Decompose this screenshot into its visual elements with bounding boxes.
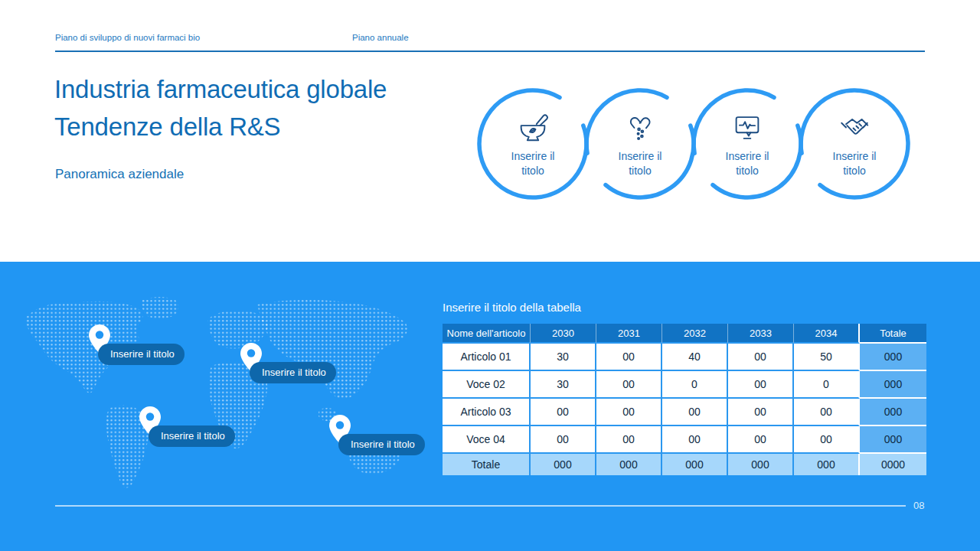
map-pin-2[interactable]: Inserire il titolo: [240, 342, 354, 396]
table-header-cell: 2031: [596, 324, 662, 344]
table-cell: 000: [596, 454, 662, 475]
table-cell: 00: [531, 426, 596, 454]
table-cell: Articolo 03: [443, 399, 531, 426]
table-total-cell: 000: [860, 399, 926, 426]
process-step-label[interactable]: Inserire il titolo: [718, 149, 776, 178]
table-cell: 00: [596, 344, 662, 371]
process-step-1[interactable]: Inserire il titolo: [479, 90, 586, 197]
monitor-pulse-icon: [730, 110, 765, 145]
map-pin-1[interactable]: Inserire il titolo: [88, 324, 203, 377]
table-header-cell: Totale: [860, 324, 926, 344]
table-cell: 00: [794, 399, 860, 426]
table-header-cell: Nome dell'articolo: [443, 324, 531, 344]
table-cell: 000: [531, 454, 596, 475]
table-row: Articolo 01 30 00 40 00 50 000: [443, 344, 926, 371]
table-header-cell: 2032: [662, 324, 728, 344]
table-grand-total-cell: 0000: [860, 454, 926, 475]
table-row: Voce 04 00 00 00 00 00 000: [443, 426, 926, 454]
process-step-2[interactable]: Inserire il titolo: [586, 90, 694, 197]
slide: Piano di sviluppo di nuovi farmaci bio P…: [0, 0, 980, 551]
table-cell: Voce 02: [443, 371, 531, 399]
table-cell: 00: [662, 399, 728, 426]
table-cell: 0: [662, 371, 728, 399]
page-number: 08: [913, 500, 924, 511]
table-cell: 00: [728, 344, 794, 371]
table-cell: 40: [662, 344, 728, 371]
page-subtitle: Panoramica aziendale: [55, 167, 184, 182]
bottom-section: Inserire il titolo Inserire il titolo In…: [0, 262, 980, 551]
table-cell: 000: [662, 454, 728, 475]
capsule-pills-icon: [622, 110, 658, 145]
table-cell: 00: [596, 426, 662, 454]
table-title[interactable]: Inserire il titolo della tabella: [443, 301, 926, 314]
map-pin-label[interactable]: Inserire il titolo: [149, 425, 235, 447]
map-pin-3[interactable]: Inserire il titolo: [139, 406, 253, 459]
table-cell: Articolo 01: [443, 344, 531, 371]
page-title-line1: Industria farmaceutica globale: [54, 75, 387, 103]
table-cell: 00: [728, 399, 794, 426]
table-cell: 0: [794, 371, 860, 399]
table-cell: 000: [728, 454, 794, 475]
table-cell: 30: [531, 344, 596, 371]
table-header-cell: 2030: [531, 324, 596, 344]
header-right-label: Piano annuale: [352, 33, 409, 42]
page-title: Industria farmaceutica globale Tendenze …: [54, 70, 387, 145]
table-cell: 50: [794, 344, 860, 371]
table-cell: 00: [728, 371, 794, 399]
table-cell: 00: [662, 426, 728, 454]
handshake-icon: [837, 110, 872, 145]
table-cell: 00: [728, 426, 794, 454]
table-cell: Voce 04: [443, 426, 531, 454]
mortar-pestle-icon: [515, 110, 550, 145]
table-cell: 000: [794, 454, 860, 475]
table-body: Articolo 01 30 00 40 00 50 000 Voce 02 3…: [443, 344, 926, 454]
map-pin-label[interactable]: Inserire il titolo: [338, 434, 425, 455]
table-header-row: Nome dell'articolo 2030 2031 2032 2033 2…: [443, 324, 926, 344]
table-row: Articolo 03 00 00 00 00 00 000: [443, 399, 926, 426]
table-total-cell: 000: [860, 426, 926, 454]
table-cell: 00: [596, 399, 662, 426]
table-cell: 00: [596, 371, 662, 399]
page-title-line2: Tendenze della R&S: [54, 112, 280, 141]
footer-divider: [55, 505, 906, 507]
table-row: Voce 02 30 00 0 00 0 000: [443, 371, 926, 399]
table-total-row: Totale 000 000 000 000 000 0000: [443, 454, 926, 475]
table-cell: 30: [531, 371, 596, 399]
process-step-label[interactable]: Inserire il titolo: [611, 149, 669, 178]
map-pin-label[interactable]: Inserire il titolo: [98, 344, 185, 365]
table-header-cell: 2034: [794, 324, 860, 344]
map-pin-label[interactable]: Inserire il titolo: [250, 362, 336, 383]
process-step-label[interactable]: Inserire il titolo: [504, 149, 562, 178]
table-cell: Totale: [443, 454, 531, 475]
process-step-4[interactable]: Inserire il titolo: [801, 90, 908, 197]
dotted-world-map: [18, 295, 416, 500]
data-table: Inserire il titolo della tabella Nome de…: [443, 301, 926, 475]
header-left-label: Piano di sviluppo di nuovi farmaci bio: [55, 33, 200, 42]
table-cell: 00: [794, 426, 860, 454]
table-total-cell: 000: [860, 371, 926, 399]
header-divider: [55, 51, 925, 52]
table-cell: 00: [531, 399, 596, 426]
table-header-cell: 2033: [728, 324, 794, 344]
map-pin-4[interactable]: Inserire il titolo: [328, 414, 443, 468]
process-step-3[interactable]: Inserire il titolo: [694, 90, 801, 197]
table-total-cell: 000: [860, 344, 926, 371]
process-step-label[interactable]: Inserire il titolo: [825, 149, 884, 178]
